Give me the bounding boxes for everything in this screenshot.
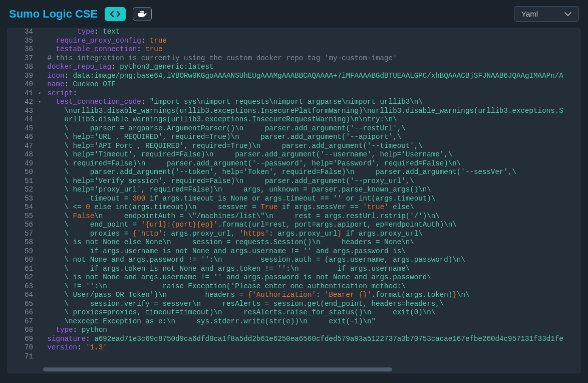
line-number: 56 xyxy=(7,221,36,230)
code-content[interactable]: \ False\n endpointAuth = \"/machines/lis… xyxy=(43,212,581,221)
editor-line[interactable]: 51 \ help='Verify session', required=Fal… xyxy=(7,177,581,186)
code-content[interactable]: icon: data:image/png;base64,iVBORw0KGgoA… xyxy=(43,72,581,81)
code-content[interactable]: docker_repo_tag: python3_generic:latest xyxy=(43,63,581,72)
editor-line[interactable]: 42▾ test_connection_code: "import sys\ni… xyxy=(7,98,581,107)
editor-line[interactable]: 61 \ if args.token is not None and args.… xyxy=(7,265,581,274)
editor-line[interactable]: 41▾ script: xyxy=(7,89,581,98)
editor-line[interactable]: 66 \ proxies=proxies, timeout=timeout)\n… xyxy=(7,308,581,317)
line-number: 48 xyxy=(7,150,36,159)
editor-line[interactable]: 62 \ is not None and args.username != ''… xyxy=(7,273,581,282)
editor-line[interactable]: 37 # this integration is currently using… xyxy=(7,54,581,63)
editor-line[interactable]: 43 \nurllib3.disable_warnings(urllib3.ex… xyxy=(7,107,581,116)
fold-marker[interactable]: ▾ xyxy=(36,98,43,107)
code-content[interactable]: \ if args.token is not None and args.tok… xyxy=(43,265,581,274)
editor-line[interactable]: 56 \ end_point = '{url}:{port}{ep}'.form… xyxy=(7,221,581,230)
code-content[interactable]: \ parser = argparse.ArgumentParser()\n p… xyxy=(43,124,581,133)
editor-line[interactable]: 59 \ if args.username is not None and ar… xyxy=(7,247,581,256)
editor-line[interactable]: 39 icon: data:image/png;base64,iVBORw0KG… xyxy=(7,72,581,81)
code-content[interactable]: \ help='API Port , REQUIRED', required=T… xyxy=(43,142,581,151)
editor-line[interactable]: 52 \ help='proxy_url', required=False)\n… xyxy=(7,185,581,195)
code-content[interactable]: \ session.verify = sessver\n resAlerts =… xyxy=(43,300,581,309)
line-number: 63 xyxy=(7,282,36,291)
code-content[interactable]: \nexcept Exception as e:\n sys.stderr.wr… xyxy=(43,317,581,326)
scrollbar-thumb[interactable] xyxy=(43,367,392,371)
chevron-down-icon xyxy=(564,12,571,16)
editor-line[interactable]: 35 require_proxy_config: true xyxy=(7,37,581,46)
code-content[interactable]: test_connection_code: "import sys\nimpor… xyxy=(43,98,581,107)
code-content[interactable]: \ timeout = 300 if args.timeout is None … xyxy=(43,195,581,204)
editor-line[interactable]: 53 \ timeout = 300 if args.timeout is No… xyxy=(7,195,581,204)
editor-line[interactable]: 70 version: '1.3' xyxy=(7,343,581,352)
code-content[interactable]: \ help='URL , REQUIRED', required=True)\… xyxy=(43,133,581,142)
fold-marker xyxy=(36,335,43,344)
code-content[interactable]: \ end_point = '{url}:{port}{ep}'.format(… xyxy=(43,221,581,230)
code-content[interactable]: type: text xyxy=(43,28,581,37)
fold-marker xyxy=(36,159,43,168)
code-content[interactable]: \ User/pass OR Token')\n headers = {'Aut… xyxy=(43,291,581,300)
code-content[interactable]: signature: a692ead71e3c69c8750d9ca6dfd8c… xyxy=(43,335,581,344)
editor-line[interactable]: 69 signature: a692ead71e3c69c8750d9ca6df… xyxy=(7,335,581,344)
editor-line[interactable]: 46 \ help='URL , REQUIRED', required=Tru… xyxy=(7,133,581,142)
code-content[interactable]: \ proxies = {'http': args.proxy_url, 'ht… xyxy=(43,230,581,239)
docker-badge[interactable] xyxy=(133,7,152,21)
editor-line[interactable]: 54 \ <= 0 else int(args.timeout)\n sessv… xyxy=(7,203,581,212)
editor-line[interactable]: 47 \ help='API Port , REQUIRED', require… xyxy=(7,142,581,151)
fold-marker[interactable]: ▾ xyxy=(36,89,43,98)
editor-line[interactable]: 40 name: Cuckoo OIF xyxy=(7,80,581,89)
code-content[interactable] xyxy=(43,352,581,361)
code-content[interactable]: \ required=False)\n parser.add_argument(… xyxy=(43,159,581,168)
code-content[interactable]: type: python xyxy=(43,326,581,335)
line-number: 40 xyxy=(7,80,36,89)
code-content[interactable]: \ is not None and args.username != '' an… xyxy=(43,273,581,282)
code-content[interactable]: testable_connection: true xyxy=(43,45,581,54)
editor-line[interactable]: 49 \ required=False)\n parser.add_argume… xyxy=(7,159,581,168)
code-content[interactable]: \ proxies=proxies, timeout=timeout)\n re… xyxy=(43,308,581,317)
editor-line[interactable]: 44 urllib3.disable_warnings(urllib3.exce… xyxy=(7,115,581,124)
code-content[interactable]: \ help='Verify session', required=False)… xyxy=(43,177,581,186)
editor-line[interactable]: 48 \ help='Timeout', required=False)\n p… xyxy=(7,150,581,159)
editor-line[interactable]: 64 \ User/pass OR Token')\n headers = {'… xyxy=(7,291,581,300)
code-editor[interactable]: 34 type: text35 require_proxy_config: tr… xyxy=(7,28,581,373)
code-content[interactable]: version: '1.3' xyxy=(43,343,581,352)
code-content[interactable]: \ help='Timeout', required=False)\n pars… xyxy=(43,150,581,159)
code-content[interactable]: \ <= 0 else int(args.timeout)\n sessver … xyxy=(43,203,581,212)
code-content[interactable]: name: Cuckoo OIF xyxy=(43,80,581,89)
editor-line[interactable]: 63 \ != '':\n raise Exception('Please en… xyxy=(7,282,581,291)
editor-line[interactable]: 67 \nexcept Exception as e:\n sys.stderr… xyxy=(7,317,581,326)
code-content[interactable]: script: xyxy=(43,89,581,98)
code-content[interactable]: \ help='proxy_url', required=False)\n ar… xyxy=(43,185,581,195)
editor-line[interactable]: 38 docker_repo_tag: python3_generic:late… xyxy=(7,63,581,72)
horizontal-scrollbar[interactable] xyxy=(43,367,580,372)
fold-marker xyxy=(36,142,43,151)
fold-marker xyxy=(36,45,43,54)
editor-line[interactable]: 68 type: python xyxy=(7,326,581,335)
fold-marker xyxy=(36,291,43,300)
editor-line[interactable]: 58 \ is not None else None\n session = r… xyxy=(7,238,581,247)
editor-line[interactable]: 36 testable_connection: true xyxy=(7,45,581,54)
editor-line[interactable]: 57 \ proxies = {'http': args.proxy_url, … xyxy=(7,230,581,239)
fold-marker xyxy=(36,221,43,230)
code-content[interactable]: \nurllib3.disable_warnings(urllib3.excep… xyxy=(43,107,581,116)
code-content[interactable]: urllib3.disable_warnings(urllib3.excepti… xyxy=(43,115,581,124)
fold-marker xyxy=(36,54,43,63)
editor-line[interactable]: 71 xyxy=(7,352,581,361)
fold-marker xyxy=(36,203,43,212)
line-number: 34 xyxy=(7,28,36,37)
code-content[interactable]: \ parser.add_argument('--token', help='T… xyxy=(43,168,581,177)
code-view-badge[interactable] xyxy=(105,7,126,21)
code-content[interactable]: \ if args.username is not None and args.… xyxy=(43,247,581,256)
editor-line[interactable]: 45 \ parser = argparse.ArgumentParser()\… xyxy=(7,124,581,133)
editor-line[interactable]: 55 \ False\n endpointAuth = \"/machines/… xyxy=(7,212,581,221)
editor-line[interactable]: 65 \ session.verify = sessver\n resAlert… xyxy=(7,300,581,309)
editor-line[interactable]: 50 \ parser.add_argument('--token', help… xyxy=(7,168,581,177)
code-content[interactable]: require_proxy_config: true xyxy=(43,37,581,46)
svg-rect-3 xyxy=(140,11,142,13)
editor-line[interactable]: 60 \ not None and args.password != '':\n… xyxy=(7,256,581,265)
fold-marker xyxy=(36,238,43,247)
editor-line[interactable]: 34 type: text xyxy=(7,28,581,37)
format-dropdown[interactable]: Yaml xyxy=(514,6,579,22)
code-content[interactable]: # this integration is currently using th… xyxy=(43,54,581,63)
code-content[interactable]: \ != '':\n raise Exception('Please enter… xyxy=(43,282,581,291)
code-content[interactable]: \ not None and args.password != '':\n se… xyxy=(43,256,581,265)
code-content[interactable]: \ is not None else None\n session = requ… xyxy=(43,238,581,247)
